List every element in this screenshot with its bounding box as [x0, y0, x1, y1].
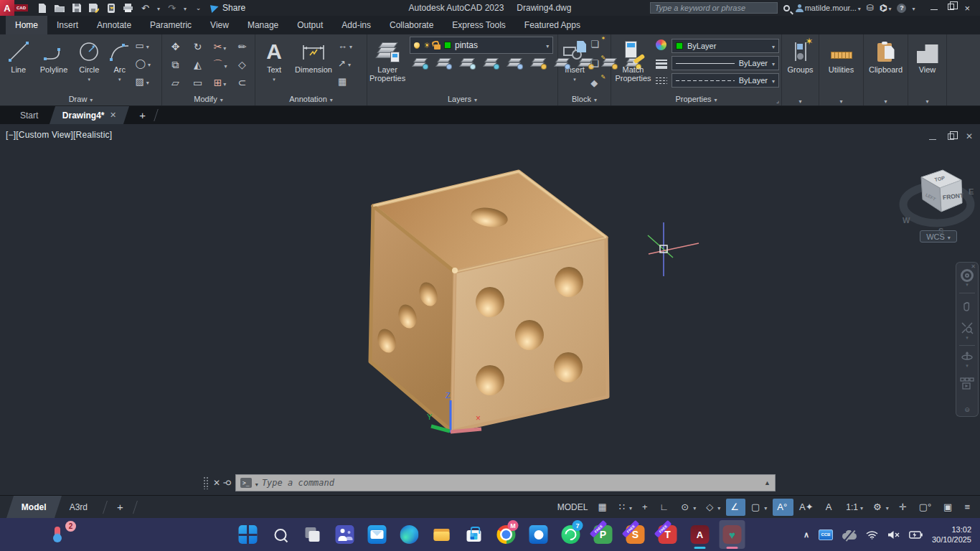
save-icon[interactable] — [71, 3, 82, 14]
viewport-close-icon[interactable]: ✕ — [966, 131, 973, 141]
clipboard-button[interactable]: Clipboard — [866, 37, 905, 91]
taskbar-weather-widget[interactable]: 2 — [52, 524, 73, 545]
taskbar-clock[interactable]: 13:02 30/10/2025 — [932, 524, 971, 545]
redo-icon[interactable]: ↷ — [166, 3, 177, 14]
copy-tool[interactable]: ⧉ — [164, 55, 187, 73]
lineweight-icon[interactable] — [656, 60, 667, 69]
scale-tool[interactable]: ▭ — [187, 73, 209, 91]
new-drawing-button[interactable]: + — [131, 106, 154, 124]
layer-states[interactable] — [506, 57, 523, 70]
hatch-tool[interactable]: ▨ — [133, 74, 159, 88]
help-search-input[interactable] — [650, 2, 778, 14]
taskbar-explorer[interactable] — [429, 520, 455, 549]
taskbar-mail[interactable] — [364, 520, 390, 549]
layout-tab-model[interactable]: Model — [6, 496, 62, 518]
isolate-objects[interactable]: ▢° — [915, 499, 938, 516]
annotation-icon[interactable]: A — [821, 499, 839, 516]
close-button[interactable]: × — [964, 4, 970, 13]
groups-panel-caret-icon[interactable] — [798, 96, 801, 105]
move-tool[interactable]: ✥ — [164, 37, 187, 55]
navigation-wheel-button[interactable]: ▾ — [961, 267, 974, 291]
clipboard-panel-caret-icon[interactable] — [884, 96, 887, 105]
taskbar-autocad[interactable]: A — [687, 520, 713, 549]
polar-tracking-toggle[interactable]: ⊙ — [677, 499, 700, 516]
redo-caret-icon[interactable] — [184, 3, 187, 13]
navbar-collapse-icon[interactable]: ⊖ — [964, 406, 970, 413]
showmotion-button[interactable] — [960, 372, 974, 396]
tab-output[interactable]: Output — [288, 16, 332, 34]
battery-icon[interactable] — [909, 531, 923, 539]
annotation-autoscale-toggle[interactable]: A✦ — [795, 499, 820, 516]
object-color-icon[interactable] — [656, 39, 666, 50]
viewport-restore-icon[interactable] — [948, 133, 954, 140]
viewport-canvas[interactable]: Z Y × — [0, 124, 980, 495]
mirror-tool[interactable]: ◭ — [187, 55, 209, 73]
fillet-tool[interactable]: ⌒ — [209, 55, 231, 73]
search-icon[interactable] — [783, 5, 790, 11]
edit-attributes-tool[interactable]: ◆✎ — [589, 77, 603, 88]
dimension-button[interactable]: Dimension — [291, 37, 336, 91]
file-tab-start[interactable]: Start — [10, 106, 48, 124]
clean-screen[interactable]: ▣ — [939, 499, 958, 516]
view-button[interactable]: View — [910, 37, 944, 91]
freeze-layer[interactable] — [435, 57, 452, 70]
utilities-button[interactable]: Utilities — [821, 37, 861, 91]
layout-tab-a3rd[interactable]: A3rd — [58, 496, 99, 518]
tab-parametric[interactable]: Parametric — [141, 16, 201, 34]
annotation-panel-label[interactable]: Annotation — [255, 93, 367, 105]
tab-express-tools[interactable]: Express Tools — [443, 16, 514, 34]
customize-quick-access-icon[interactable]: ⌄ — [193, 3, 204, 14]
array-tool[interactable]: ⊞ — [209, 73, 231, 91]
tab-home[interactable]: Home — [6, 16, 47, 34]
explode-tool[interactable]: ◇ — [231, 55, 253, 73]
zoom-extents-button[interactable]: ▾ — [960, 319, 974, 344]
taskbar-tally[interactable]: TFREE — [655, 520, 681, 549]
linetype-dropdown[interactable]: ByLayer — [672, 73, 779, 88]
object-color-dropdown[interactable]: ByLayer — [672, 39, 779, 53]
navbar-close-icon[interactable]: ✕ — [971, 263, 976, 270]
create-block-tool[interactable]: ❏✶ — [589, 38, 603, 50]
minimize-button[interactable] — [930, 9, 938, 10]
ellipse-tool[interactable]: ◯ — [133, 56, 159, 70]
isolate-layer[interactable] — [482, 57, 499, 70]
ccb-tray-icon[interactable]: CCB — [819, 529, 833, 540]
lineweight-dropdown[interactable]: ByLayer — [672, 56, 779, 70]
command-drag-handle[interactable] — [203, 476, 209, 489]
tab-view[interactable]: View — [201, 16, 238, 34]
text-button[interactable]: A Text — [258, 37, 291, 91]
rectangle-tool[interactable]: ▭ — [133, 38, 159, 52]
onedrive-icon[interactable] — [842, 530, 857, 540]
undo-caret-icon[interactable] — [157, 3, 160, 13]
view-panel-caret-icon[interactable] — [925, 96, 928, 105]
edit-block-tool[interactable]: ❏✎ — [589, 57, 603, 69]
arc-button[interactable]: Arc — [105, 37, 133, 91]
tab-insert[interactable]: Insert — [47, 16, 88, 34]
command-input[interactable] — [262, 478, 760, 488]
share-button[interactable]: Share — [211, 3, 245, 13]
taskbar-taskview[interactable] — [300, 520, 326, 549]
command-customize-icon[interactable]: ⚲ — [222, 480, 232, 486]
layer-properties-button[interactable]: Layer Properties — [369, 37, 405, 91]
block-panel-label[interactable]: Block — [558, 93, 611, 105]
snap-mode-toggle[interactable]: ∷ — [615, 499, 636, 516]
match-properties-button[interactable]: Match Properties — [613, 37, 653, 91]
close-tab-icon[interactable]: ✕ — [110, 110, 116, 120]
open-file-icon[interactable] — [54, 3, 65, 14]
taskbar-edge[interactable] — [397, 520, 423, 549]
drawing-viewport[interactable]: Z Y × [−][Custom View][Realistic] ✕ W S … — [0, 124, 980, 495]
line-button[interactable]: Line — [2, 37, 34, 91]
layers-panel-label[interactable]: Layers — [367, 93, 557, 105]
annotation-scale-button[interactable]: 1:1 — [839, 499, 867, 516]
layer-dropdown[interactable]: ☀ pintas — [410, 37, 553, 54]
object-snap-tracking-toggle[interactable]: ∠ — [726, 499, 745, 516]
tray-expand-icon[interactable]: ∧ — [804, 530, 809, 540]
file-tab-drawing4[interactable]: Drawing4* ✕ — [50, 106, 129, 124]
taskbar-whatsapp[interactable]: 7 — [558, 520, 584, 549]
erase-tool[interactable]: ✏ — [231, 37, 253, 55]
command-close-icon[interactable]: ✕ — [213, 478, 220, 488]
linear-dimension-tool[interactable]: ↔ — [336, 38, 362, 52]
turn-on-layer[interactable] — [529, 57, 547, 70]
command-history-icon[interactable]: ▲ — [764, 479, 771, 486]
customization-menu[interactable]: ≡ — [960, 499, 976, 516]
properties-launcher-icon[interactable]: ⌟ — [776, 97, 779, 104]
